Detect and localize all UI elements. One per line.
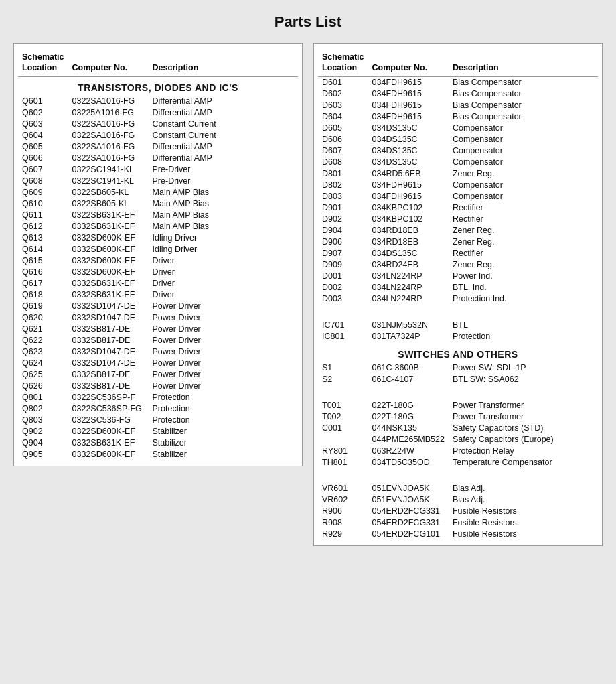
left-section-header: TRANSISTORS, DIODES AND IC'S: [18, 76, 298, 96]
right-table-row: D606034DS135CCompensator: [318, 134, 598, 145]
right-table-row: IC701031NJM5532NBTL: [318, 320, 598, 331]
right-table-row: D906034RD18EBZener Reg.: [318, 236, 598, 248]
left-table-row: Q6180332SB631K-EFDriver: [18, 289, 298, 301]
right-table-row: D605034DS135CCompensator: [318, 123, 598, 134]
left-table-row: Q6070322SC1941-KLPre-Driver: [18, 164, 298, 176]
right-table-row: R906054ERD2FCG331Fusible Resistors: [318, 506, 598, 517]
left-panel: SchematicLocation Computer No. Descripti…: [13, 43, 303, 466]
right-table-row: D902034KBPC102Rectifier: [318, 214, 598, 225]
left-table-row: Q6120332SB631K-EFMain AMP Bias: [18, 221, 298, 232]
right-table-row: D603034FDH9615Bias Compensator: [318, 100, 598, 111]
left-table-row: Q6240332SD1047-DEPower Driver: [18, 358, 298, 369]
right-table-row: S2061C-4107BTL SW: SSA062: [318, 374, 598, 385]
left-table-row: Q9020322SD600K-EFStabilizer: [18, 426, 298, 437]
right-switches-header: SWITCHES AND OTHERS: [318, 342, 598, 362]
left-table-row: Q6010322SA1016-FGDifferential AMP: [18, 96, 298, 107]
left-table-row: Q6110322SB631K-EFMain AMP Bias: [18, 210, 298, 221]
left-table-row: Q8030322SC536-FGProtection: [18, 415, 298, 426]
right-col-location: SchematicLocation: [318, 49, 368, 76]
right-table-row: D803034FDH9615Compensator: [318, 191, 598, 202]
left-col-location: SchematicLocation: [18, 49, 68, 76]
page-title: Parts List: [13, 13, 603, 31]
right-table-row: C001044NSK135Safety Capacitors (STD): [318, 423, 598, 434]
left-table-row: Q60203225A1016-FGDifferential AMP: [18, 107, 298, 119]
right-table-row: D003034LN224RPProtection Ind.: [318, 293, 598, 305]
right-table-row: RY801063RZ24WProtection Relay: [318, 446, 598, 457]
right-table-row: R908054ERD2FCG331Fusible Resistors: [318, 517, 598, 529]
right-col-description: Description: [449, 49, 598, 76]
right-table-row: D604034FDH9615Bias Compensator: [318, 111, 598, 123]
left-table-row: Q6160332SD600K-EFDriver: [18, 267, 298, 278]
main-content: SchematicLocation Computer No. Descripti…: [13, 43, 603, 546]
left-table-row: Q6220332SB817-DEPower Driver: [18, 335, 298, 346]
left-table-row: Q8020322SC536SP-FGProtection: [18, 403, 298, 415]
right-table-row: D904034RD18EBZener Reg.: [318, 225, 598, 236]
right-table-row: D901034KBPC102Rectifier: [318, 202, 598, 214]
left-table-row: Q9050332SD600K-EFStabilizer: [18, 449, 298, 460]
left-table-row: Q6230332SD1047-DEPower Driver: [18, 346, 298, 358]
right-table-row: D802034FDH9615Compensator: [318, 180, 598, 191]
left-table-row: Q9040332SB631K-EFStabilizer: [18, 437, 298, 449]
right-table-row: T001022T-180GPower Transformer: [318, 400, 598, 411]
left-table-row: Q6100322SB605-KLMain AMP Bias: [18, 198, 298, 210]
right-table-row: VR601051EVNJOA5KBias Adj.: [318, 483, 598, 494]
right-panel: SchematicLocation Computer No. Descripti…: [313, 43, 603, 546]
right-table-row: D801034RD5.6EBZener Reg.: [318, 168, 598, 180]
right-table-row: D002034LN224RPBTL. Ind.: [318, 282, 598, 293]
right-table-row: D608034DS135CCompensator: [318, 157, 598, 168]
right-table-row: D601034FDH9615Bias Compensator: [318, 76, 598, 88]
right-table-row: R929054ERD2FCG101Fusible Resistors: [318, 529, 598, 540]
left-table-row: Q6080322SC1941-KLPre-Driver: [18, 176, 298, 187]
right-table-row: S1061C-3600BPower SW: SDL-1P: [318, 362, 598, 374]
left-table-row: Q6260332SB817-DEPower Driver: [18, 381, 298, 392]
left-table-row: Q6250332SB817-DEPower Driver: [18, 369, 298, 381]
right-table-row: D602034FDH9615Bias Compensator: [318, 88, 598, 100]
left-table-row: Q6030322SA1016-FGConstant Current: [18, 119, 298, 130]
right-table-row: D607034DS135CCompensator: [318, 145, 598, 157]
left-table-row: Q6130332SD600K-EFIdling Driver: [18, 232, 298, 244]
left-col-description: Description: [149, 49, 298, 76]
right-table-row: 044PME265MB522Safety Capacitors (Europe): [318, 434, 598, 446]
left-col-computer: Computer No.: [68, 49, 149, 76]
left-table-row: Q6050322SA1016-FGDifferential AMP: [18, 141, 298, 153]
right-table-row: D907034DS135CRectifier: [318, 248, 598, 259]
right-table-row: D001034LN224RPPower Ind.: [318, 271, 598, 282]
left-table-row: Q6140332SD600K-EFIdling Driver: [18, 244, 298, 255]
left-table-row: Q6090322SB605-KLMain AMP Bias: [18, 187, 298, 198]
right-col-computer: Computer No.: [368, 49, 449, 76]
left-table-row: Q6210332SB817-DEPower Driver: [18, 324, 298, 335]
left-table-row: Q6150332SD600K-EFDriver: [18, 255, 298, 267]
left-table-row: Q6040322SA1016-FGConstant Current: [18, 130, 298, 141]
right-table-row: VR602051EVNJOA5KBias Adj.: [318, 494, 598, 506]
left-table-row: Q6060322SA1016-FGDifferential AMP: [18, 153, 298, 164]
left-table-row: Q6170332SB631K-EFDriver: [18, 278, 298, 289]
left-table-row: Q8010322SC536SP-FProtection: [18, 392, 298, 403]
right-table-row: T002022T-180GPower Transformer: [318, 411, 598, 423]
left-table-row: Q6190332SD1047-DEPower Driver: [18, 301, 298, 312]
right-table-row: IC801031TA7324PProtection: [318, 331, 598, 342]
left-table-row: Q6200332SD1047-DEPower Driver: [18, 312, 298, 324]
right-table-row: D909034RD24EBZener Reg.: [318, 259, 598, 271]
right-table-row: TH801034TD5C35ODTemperature Compensator: [318, 457, 598, 468]
